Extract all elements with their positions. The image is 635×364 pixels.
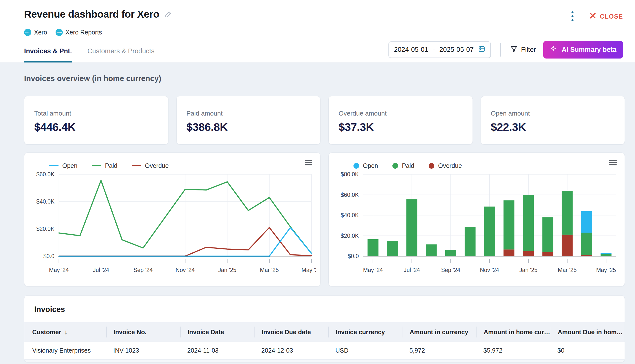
- bar-chart-card: Open Paid Overdue $0.0$20.0K$40.0K$60.0K…: [328, 152, 625, 286]
- badge-label: Xero: [34, 29, 47, 36]
- svg-text:Jul '24: Jul '24: [93, 267, 109, 273]
- column-header-amount-home-currency[interactable]: Amount in home cur…: [476, 326, 551, 338]
- tab-bar: Invoices & PnL Customers & Products: [24, 47, 155, 62]
- legend-label: Overdue: [145, 162, 169, 169]
- badge-xero-reports: xero Xero Reports: [56, 29, 102, 36]
- stat-card-total: Total amount $446.4K: [24, 96, 168, 144]
- line-chart-card: Open Paid Overdue $0.0$20.0K$40.0K$60.0K…: [24, 152, 320, 286]
- line-chart-legend: Open Paid Overdue: [49, 162, 316, 169]
- stat-label: Total amount: [34, 110, 168, 117]
- legend-item-overdue[interactable]: Overdue: [132, 162, 169, 169]
- filter-funnel-icon: [510, 45, 518, 54]
- column-header-customer[interactable]: Customer ↓: [32, 326, 106, 338]
- date-range-end: 2025-05-07: [439, 46, 473, 54]
- cell-customer: Visionary Enterprises: [32, 347, 106, 354]
- header: Revenue dashboard for Xero CLOSE: [0, 0, 635, 63]
- filter-label: Filter: [521, 46, 536, 54]
- stat-value: $22.3K: [491, 121, 625, 134]
- main-content: Invoices overview (in home currency) Tot…: [0, 74, 635, 362]
- edit-title-icon[interactable]: [165, 10, 172, 19]
- svg-text:May '24: May '24: [49, 267, 69, 273]
- column-header-invoice-no[interactable]: Invoice No.: [106, 326, 181, 338]
- invoices-table-title: Invoices: [24, 296, 624, 322]
- svg-text:$20.0K: $20.0K: [37, 226, 55, 232]
- close-button[interactable]: CLOSE: [589, 12, 623, 20]
- kebab-menu-icon[interactable]: [570, 10, 575, 23]
- legend-label: Overdue: [438, 162, 462, 169]
- badge-xero: xero Xero: [24, 29, 47, 36]
- column-header-amount-due-home[interactable]: Amount Due in hom…: [551, 326, 625, 338]
- legend-item-overdue[interactable]: Overdue: [429, 162, 462, 169]
- filter-button[interactable]: Filter: [510, 45, 536, 54]
- legend-item-open[interactable]: Open: [353, 162, 378, 169]
- svg-text:Mar '25: Mar '25: [558, 267, 577, 273]
- cell-invoice-no: INV-1023: [106, 347, 181, 354]
- paid-dot-swatch: [392, 163, 398, 168]
- stat-card-overdue: Overdue amount $37.3K: [328, 96, 473, 144]
- tab-invoices-pnl[interactable]: Invoices & PnL: [24, 47, 72, 62]
- svg-text:Sep '24: Sep '24: [441, 267, 460, 273]
- tab-customers-products[interactable]: Customers & Products: [88, 47, 155, 62]
- invoices-line-chart: $0.0$20.0K$40.0K$60.0KMay '24Jul '24Sep …: [30, 170, 316, 280]
- paid-line-swatch: [92, 165, 101, 166]
- stat-label: Paid amount: [187, 110, 320, 117]
- open-dot-swatch: [353, 163, 359, 168]
- legend-label: Paid: [105, 162, 117, 169]
- chart-menu-icon[interactable]: [305, 160, 312, 166]
- svg-text:Jan '25: Jan '25: [519, 267, 537, 273]
- calendar-icon: [478, 45, 485, 54]
- stat-value: $386.8K: [187, 121, 320, 134]
- sparkle-icon: [550, 45, 558, 54]
- legend-label: Open: [363, 162, 378, 169]
- svg-text:$40.0K: $40.0K: [37, 198, 55, 205]
- date-range-separator: -: [433, 46, 435, 54]
- cell-amount-home-currency: $5,972: [476, 347, 551, 354]
- section-title: Invoices overview (in home currency): [24, 74, 625, 83]
- stat-card-paid: Paid amount $386.8K: [176, 96, 321, 144]
- xero-logo-icon: xero: [56, 29, 63, 36]
- sort-descending-icon: ↓: [64, 328, 68, 336]
- svg-text:$0.0: $0.0: [348, 253, 359, 259]
- close-icon: [589, 12, 596, 20]
- svg-text:May '25: May '25: [596, 267, 616, 273]
- stat-card-open: Open amount $22.3K: [481, 96, 625, 144]
- column-header-invoice-currency[interactable]: Invoice currency: [328, 326, 403, 338]
- cell-invoice-due-date: 2024-12-03: [255, 347, 329, 354]
- ai-summary-button[interactable]: AI Summary beta: [543, 41, 623, 58]
- stat-label: Open amount: [491, 110, 625, 117]
- legend-label: Open: [62, 162, 77, 169]
- column-header-amount-in-currency[interactable]: Amount in currency: [403, 326, 477, 338]
- stat-label: Overdue amount: [339, 110, 472, 117]
- invoices-table-header: Customer ↓ Invoice No. Invoice Date Invo…: [24, 322, 624, 342]
- svg-text:Nov '24: Nov '24: [176, 267, 195, 273]
- controls-divider: [500, 43, 501, 56]
- next-row-partial: [24, 360, 624, 362]
- legend-item-paid[interactable]: Paid: [92, 162, 117, 169]
- chart-menu-icon[interactable]: [609, 160, 617, 166]
- svg-text:$0.0: $0.0: [44, 253, 55, 259]
- dashboard-root: Revenue dashboard for Xero CLOSE: [0, 0, 635, 364]
- stat-value: $37.3K: [339, 121, 472, 134]
- legend-item-paid[interactable]: Paid: [392, 162, 414, 169]
- column-header-invoice-date[interactable]: Invoice Date: [180, 326, 255, 338]
- table-row[interactable]: Visionary Enterprises INV-1023 2024-11-0…: [24, 342, 624, 360]
- ai-summary-label: AI Summary beta: [561, 46, 616, 54]
- stat-value: $446.4K: [34, 121, 168, 134]
- cell-amount-in-currency: 5,972: [403, 347, 477, 354]
- column-header-invoice-due-date[interactable]: Invoice Due date: [255, 326, 329, 338]
- svg-text:May '25: May '25: [302, 267, 316, 273]
- page-title: Revenue dashboard for Xero: [24, 8, 159, 20]
- legend-label: Paid: [402, 162, 414, 169]
- date-range-picker[interactable]: 2024-05-01 - 2025-05-07: [388, 42, 491, 58]
- svg-text:Jul '24: Jul '24: [404, 267, 420, 273]
- svg-text:$60.0K: $60.0K: [341, 192, 359, 198]
- svg-text:Nov '24: Nov '24: [480, 267, 499, 273]
- invoices-bar-chart: $0.0$20.0K$40.0K$60.0K$80.0KMay '24Jul '…: [334, 170, 620, 280]
- xero-logo-icon: xero: [24, 29, 31, 36]
- overdue-dot-swatch: [429, 163, 434, 168]
- legend-item-open[interactable]: Open: [49, 162, 77, 169]
- bar-chart-legend: Open Paid Overdue: [353, 162, 620, 169]
- cell-amount-due-home: $0: [551, 347, 625, 354]
- invoices-table-card: Invoices Customer ↓ Invoice No. Invoice …: [24, 295, 625, 362]
- date-range-start: 2024-05-01: [394, 46, 428, 54]
